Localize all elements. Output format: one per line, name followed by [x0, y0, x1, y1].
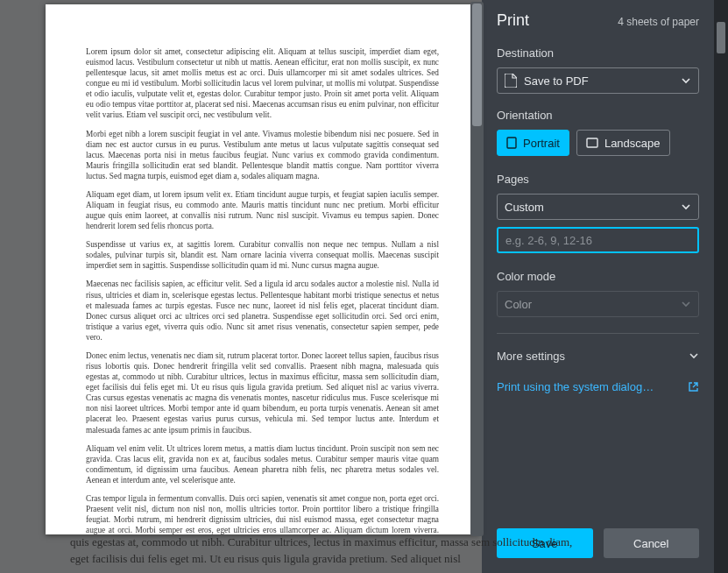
pages-label: Pages: [497, 173, 699, 186]
preview-paragraph: Aliquam vel enim velit. Ut ultrices lore…: [86, 443, 439, 485]
window-edge-scrollbar-thumb[interactable]: [717, 22, 725, 53]
portrait-label: Portrait: [523, 137, 560, 150]
window-edge-scrollbar[interactable]: [714, 0, 728, 573]
preview-scrollbar-thumb[interactable]: [472, 4, 482, 126]
preview-paragraph: Suspendisse ut varius ex, at sagittis lo…: [86, 239, 439, 271]
system-dialog-link[interactable]: Print using the system dialog…: [497, 377, 699, 396]
preview-paragraph: Donec enim lectus, venenatis nec diam si…: [86, 350, 439, 435]
destination-select[interactable]: Save to PDF: [497, 67, 699, 94]
more-settings-label: More settings: [497, 350, 565, 363]
print-settings-panel: Print 4 sheets of paper Destination Save…: [482, 0, 714, 573]
divider: [497, 333, 699, 334]
svg-rect-0: [507, 138, 516, 148]
orientation-label: Orientation: [497, 109, 699, 122]
preview-paragraph: Cras tempor ligula in fermentum convalli…: [86, 493, 439, 534]
destination-label: Destination: [497, 46, 699, 60]
preview-paragraph: Maecenas nec facilisis sapien, ac effici…: [86, 279, 439, 342]
panel-header: Print 4 sheets of paper: [497, 0, 699, 44]
preview-paragraph: Lorem ipsum dolor sit amet, consectetur …: [86, 46, 439, 121]
color-mode-label: Color mode: [497, 270, 699, 283]
chevron-down-icon: [681, 75, 691, 86]
svg-rect-1: [587, 138, 597, 147]
portrait-button[interactable]: Portrait: [497, 130, 569, 156]
pages-range-input[interactable]: [497, 227, 699, 253]
sheet-count: 4 sheets of paper: [618, 16, 699, 28]
chevron-down-icon: [689, 350, 699, 361]
landscape-icon: [586, 138, 598, 148]
pages-mode-value: Custom: [505, 201, 544, 214]
preview-paragraph: Aliquam eget diam, ut lorem ipsum velit …: [86, 189, 439, 231]
preview-scrollbar[interactable]: [470, 2, 484, 536]
chevron-down-icon: [681, 202, 691, 212]
cancel-button[interactable]: Cancel: [604, 528, 700, 558]
color-mode-value: Color: [505, 298, 532, 311]
portrait-icon: [506, 137, 517, 149]
preview-page-1: Lorem ipsum dolor sit amet, consectetur …: [46, 4, 479, 534]
preview-paragraph: Morbi eget nibh a lorem suscipit feugiat…: [86, 129, 439, 181]
color-mode-select[interactable]: Color: [497, 291, 699, 317]
panel-title: Print: [497, 11, 529, 30]
orientation-toggle-group: Portrait Landscape: [497, 130, 699, 156]
destination-value: Save to PDF: [524, 74, 589, 88]
chevron-down-icon: [681, 299, 691, 309]
landscape-button[interactable]: Landscape: [576, 130, 670, 156]
landscape-label: Landscape: [604, 137, 661, 150]
system-dialog-label: Print using the system dialog…: [497, 380, 654, 393]
external-link-icon: [688, 381, 699, 393]
pdf-icon: [505, 74, 517, 88]
pages-mode-select[interactable]: Custom: [497, 194, 699, 220]
print-preview-pane: quis egestas at, commodo ut nibh. Curabi…: [0, 0, 482, 573]
preview-scroll-area: Lorem ipsum dolor sit amet, consectetur …: [13, 0, 486, 573]
more-settings-row[interactable]: More settings: [497, 346, 699, 365]
